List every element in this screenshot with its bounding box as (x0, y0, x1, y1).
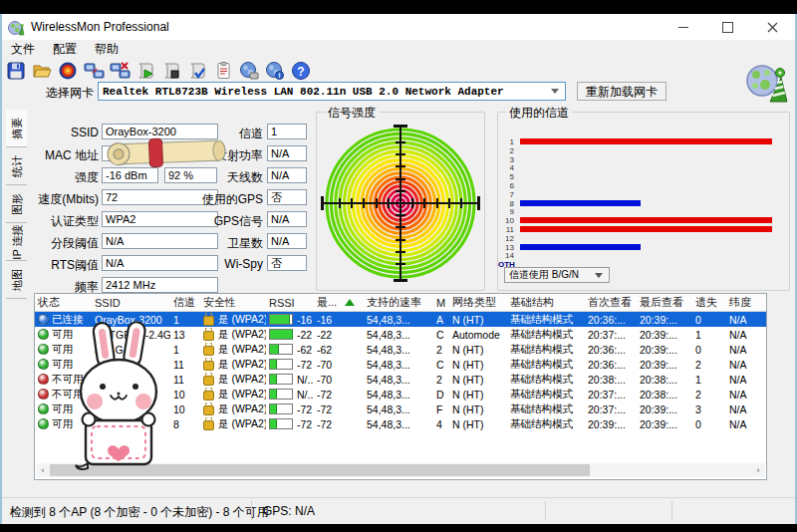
help-icon: ? (291, 61, 311, 81)
column-header-label: 最... (317, 295, 337, 310)
log-notes-button[interactable] (210, 59, 236, 82)
verify-report-button[interactable] (184, 59, 210, 82)
title-bar: WirelessMon Professional (2, 14, 795, 40)
channel-label: 2 (498, 146, 514, 155)
save-icon (6, 61, 26, 81)
cell-security: 是 (WPA2) (200, 313, 266, 327)
field-label-left-0: SSID (6, 126, 99, 139)
column-header-9[interactable]: 基础结构 (507, 295, 585, 310)
select-adapter-button[interactable] (81, 59, 107, 82)
cell-net_type: N (HT) (449, 403, 507, 415)
stop-logging-button[interactable] (158, 59, 184, 82)
cell-m: 4 (433, 418, 449, 430)
horizontal-scrollbar[interactable]: ‹ › (36, 463, 765, 477)
field-value-right-2: N/A (267, 167, 307, 183)
disconnect-adapter-button[interactable] (107, 59, 133, 82)
table-row-5[interactable]: 不可用10是 (WPA2)N/...-7254,48,3...DN (HT)基础… (35, 387, 766, 401)
table-row-4[interactable]: 不可用11是 (WPA2)N/...-7054,48,3...2N (HT)基础… (35, 372, 766, 387)
menu-configure[interactable]: 配置 (44, 41, 86, 58)
channel-usage-select[interactable]: 信道使用 B/G/N (504, 267, 610, 283)
minimize-button[interactable] (661, 14, 705, 40)
channel-bar (520, 138, 772, 144)
rssi-bar-fill (270, 390, 277, 399)
save-button[interactable] (3, 59, 29, 82)
column-header-0[interactable]: 状态 (35, 295, 92, 310)
status-unavailable-icon (38, 389, 49, 399)
cell-latitude: N/A (726, 344, 761, 356)
maximize-button[interactable] (705, 14, 750, 40)
gps-status: GPS: N/A (263, 504, 315, 518)
open-button[interactable] (29, 59, 55, 82)
cell-m: C (433, 329, 449, 341)
scroll-left-arrow[interactable]: ‹ (36, 463, 50, 477)
cell-text: A (436, 314, 443, 326)
cell-net_type: N (HT) (449, 344, 507, 356)
column-header-label: SSID (95, 297, 121, 309)
cell-infrastructure: 基础结构模式 (507, 343, 585, 357)
menu-help[interactable]: 帮助 (86, 41, 128, 58)
close-icon (767, 22, 778, 33)
scroll-thumb[interactable] (50, 464, 590, 476)
cell-text: 54,48,3... (367, 329, 410, 341)
cell-text: -62 (297, 344, 312, 356)
table-row-2[interactable]: 可用ng...G1是 (WPA2)-62-6254,48,3...2N (HT)… (35, 342, 766, 357)
report-start-icon (135, 61, 155, 81)
column-header-11[interactable]: 最后查看 (637, 295, 692, 310)
column-header-12[interactable]: 遗失 (692, 295, 726, 310)
reload-adapter-button[interactable]: 重新加载网卡 (577, 82, 666, 101)
field-value-right-0: 1 (267, 124, 307, 139)
column-header-1[interactable]: SSID (92, 297, 170, 309)
cell-text: N/A (729, 389, 747, 400)
cell-text: NETGEAR-2.4G (95, 329, 170, 341)
column-header-8[interactable]: 网络类型 (449, 295, 507, 310)
cell-last_seen: 20:39:... (637, 359, 692, 371)
cell-net_type: N (HT) (449, 389, 507, 400)
column-header-4[interactable]: RSSI (266, 297, 314, 309)
cell-text: 1 (695, 374, 701, 386)
cell-text: C (436, 359, 444, 371)
table-row-0[interactable]: 已连接OrayBox-32001是 (WPA2)-16-1654,48,3...… (35, 312, 766, 327)
help-button[interactable]: ? (288, 59, 314, 82)
cell-first_seen: 20:37:... (585, 329, 637, 341)
column-header-7[interactable]: M (433, 297, 449, 309)
close-button[interactable] (750, 14, 795, 40)
cell-net_type: N (HT) (449, 314, 507, 326)
lock-icon (203, 376, 214, 386)
cell-security: 是 (WPA2) (200, 358, 266, 372)
cell-channel: 13 (170, 329, 200, 341)
column-header-label: 首次查看 (588, 295, 632, 310)
field-value-right-1: N/A (267, 145, 307, 161)
column-header-6[interactable]: 支持的速率 (364, 295, 433, 310)
cell-rssi: -22 (266, 329, 314, 341)
cell-last_seen: 20:39:... (637, 403, 692, 415)
menu-file[interactable]: 文件 (2, 41, 44, 58)
adapter-select[interactable]: Realtek RTL8723B Wireless LAN 802.11n US… (98, 82, 566, 101)
web-export-button[interactable] (236, 59, 262, 82)
column-header-13[interactable]: 纬度 (726, 295, 761, 310)
column-header-3[interactable]: 安全性 (200, 295, 266, 310)
web-info-button[interactable]: i (262, 59, 288, 82)
start-logging-button[interactable] (133, 59, 158, 82)
scroll-track[interactable] (50, 463, 751, 477)
column-header-5[interactable]: 最... (314, 295, 364, 310)
column-header-label: 纬度 (729, 295, 751, 310)
column-header-10[interactable]: 首次查看 (585, 295, 637, 310)
cell-status: 可用 (35, 343, 92, 357)
table-row-1[interactable]: 可用NETGEAR-2.4G13是 (WPA2)-22-2254,48,3...… (35, 327, 766, 342)
record-button[interactable] (55, 59, 81, 82)
channel-row-10: 10 (498, 216, 783, 225)
cell-text: 54,48,3... (367, 314, 410, 326)
lock-icon (203, 316, 214, 326)
cell-text: 54,48,3... (367, 344, 410, 356)
column-header-2[interactable]: 信道 (170, 295, 200, 310)
ap-count-status: 检测到 8 个AP (8 个加密 - 0 个未加密) - 8 个可用 (10, 504, 269, 521)
table-row-6[interactable]: 可用10是 (WPA2)-72-7254,48,3...FN (HT)基础结构模… (35, 401, 766, 416)
cell-lost: 1 (692, 329, 726, 341)
channel-bar (520, 217, 772, 223)
table-row-7[interactable]: 可用8是 (WPA2)-72-7254,48,3...4N (HT)基础结构模式… (35, 416, 766, 431)
cell-text: 基础结构模式 (510, 417, 573, 431)
scroll-right-arrow[interactable]: › (751, 463, 765, 477)
cell-channel: 10 (170, 389, 200, 400)
network-disconnect-icon (110, 61, 131, 81)
table-row-3[interactable]: 可用...11是 (WPA2)-72-7054,48,3...CN (HT)基础… (35, 357, 766, 372)
